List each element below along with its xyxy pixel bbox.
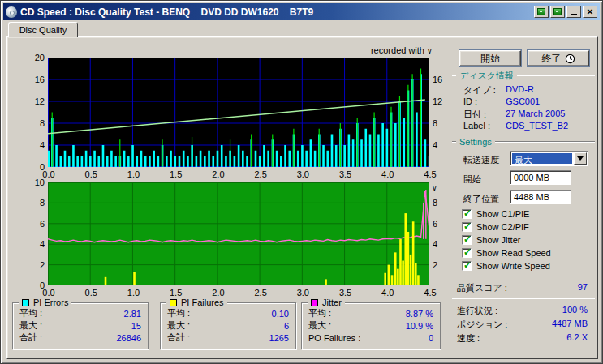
checkbox-show-read-speed[interactable]: ✓ Show Read Speed <box>462 247 551 259</box>
check-icon: ✓ <box>463 259 472 271</box>
stat-row: 合計 :26846 <box>19 332 141 344</box>
stat-row: 最大 :10.9 % <box>308 319 433 332</box>
axis-tick-label: 4 <box>25 140 45 150</box>
combo-dropdown-button[interactable] <box>574 152 587 165</box>
axis-tick-label: 20 <box>25 53 45 62</box>
close-button[interactable]: ✕ <box>583 6 597 18</box>
axis-tick-label: 4.0 <box>379 288 397 298</box>
checkbox-show-jitter[interactable]: ✓ Show Jitter <box>462 234 520 246</box>
checkbox-show-write-speed[interactable]: ✓ Show Write Speed <box>462 260 550 272</box>
axis-tick-label: 4 <box>433 140 449 150</box>
axis-tick-label: 1.5 <box>167 288 185 298</box>
tab-label: Disc Quality <box>19 25 67 35</box>
capture-icon <box>537 8 545 15</box>
tab-disc-quality[interactable]: Disc Quality <box>8 22 78 37</box>
stat-label: PO Failures : <box>308 333 360 343</box>
axis-tick-label: 4.5 <box>421 288 439 298</box>
axis-tick-label: 2.5 <box>252 288 269 298</box>
axis-tick-label: 2.5 <box>252 169 269 179</box>
start-button[interactable]: 開始 <box>459 50 521 66</box>
checkbox-label: Show Write Speed <box>476 261 550 271</box>
disc-label-label: Label : <box>463 121 490 131</box>
save-graph-icon <box>553 8 562 15</box>
minimize-button[interactable] <box>566 6 581 18</box>
checkbox-show-c2-pif[interactable]: ✓ Show C2/PIF <box>462 221 529 233</box>
axis-tick-label: 6 <box>433 219 449 229</box>
axis-tick-label: 1.5 <box>167 169 185 179</box>
disc-info-group-header: ディスク情報 <box>452 71 595 80</box>
axis-tick-label: 10 <box>25 178 45 187</box>
checkbox-box: ✓ <box>462 222 472 232</box>
axis-tick-label: 8 <box>433 198 449 208</box>
stat-value: 8.87 % <box>406 309 433 319</box>
axis-tick-label: 8 <box>433 118 449 128</box>
transfer-speed-select[interactable]: 最大 <box>510 151 588 166</box>
stat-value: 1265 <box>269 333 289 343</box>
check-icon: ✓ <box>463 233 472 245</box>
axis-tick-label: 12 <box>25 96 45 106</box>
axis-tick-label: 8 <box>25 198 45 208</box>
disc-type-label: タイプ : <box>463 84 496 96</box>
axis-dropdown-arrow-icon[interactable]: ∨ <box>427 47 433 55</box>
cd-app-icon <box>6 6 17 18</box>
checkbox-box: ✓ <box>462 248 472 258</box>
axis-tick-label: 0.5 <box>82 288 100 298</box>
speed-label: 速度 : <box>457 332 480 345</box>
transfer-speed-selected-value: 最大 <box>512 153 572 164</box>
axis-tick-label: 4 <box>433 239 449 249</box>
disc-info-title: ディスク情報 <box>459 70 514 82</box>
disc-id-value: GSC001 <box>506 96 540 106</box>
checkbox-show-c1-pie[interactable]: ✓ Show C1/PIE <box>462 208 529 220</box>
axis-tick-label: 3.5 <box>337 169 355 179</box>
exit-button[interactable]: 終了 <box>528 50 589 66</box>
stat-label: 平均 : <box>19 307 42 319</box>
stat-value: 0 <box>429 333 433 343</box>
stat-row: 平均 :8.87 % <box>308 307 433 319</box>
chevron-down-icon <box>577 156 584 161</box>
checkbox-label: Show C2/PIF <box>476 222 529 232</box>
checkbox-box: ✓ <box>462 261 472 271</box>
stat-label: 合計 : <box>167 332 190 344</box>
axis-tick-label: 8 <box>25 118 45 128</box>
end-position-field[interactable]: 4488 MB <box>510 190 571 204</box>
progress-label: 進行状況 : <box>457 305 497 317</box>
end-position-label: 終了位置 <box>463 193 499 205</box>
legend-title: PI Failures <box>181 298 224 307</box>
progress-value: 100 % <box>520 305 588 315</box>
axis-tick-label: 12 <box>433 96 449 106</box>
titlebar-tool-button-1[interactable] <box>534 6 549 18</box>
titlebar-tool-button-2[interactable] <box>550 6 565 18</box>
stat-value: 10.9 % <box>406 321 433 331</box>
disc-label-value: CDS_TEST_B2 <box>506 121 568 131</box>
stat-value: 15 <box>131 321 141 331</box>
axis-tick-label: 4 <box>25 239 45 249</box>
axis-tick-label: 3.0 <box>294 169 312 179</box>
axis-tick-label: 0.5 <box>82 169 100 179</box>
start-position-field[interactable]: 0000 MB <box>510 170 571 185</box>
caption-buttons: ✕ <box>534 6 597 18</box>
quality-score-label: 品質スコア : <box>457 282 507 294</box>
stat-label: 平均 : <box>308 307 331 319</box>
checkbox-label: Show C1/PIE <box>476 209 529 219</box>
jitter-pif-chart <box>48 182 429 285</box>
axis-tick-label: 2 <box>433 260 449 270</box>
pi-errors-swatch-icon <box>22 299 29 306</box>
position-value: 4487 MB <box>520 319 588 328</box>
settings-group-header: Settings <box>452 137 595 147</box>
check-icon: ✓ <box>463 221 472 232</box>
panel-separator <box>452 298 595 299</box>
pi-errors-summary-box: PI Errors 平均 :2.81 最大 :15 合計 :26846 <box>12 302 149 349</box>
stat-value: 2.81 <box>124 309 141 319</box>
exit-button-label: 終了 <box>542 52 562 66</box>
jitter-summary-box: Jitter 平均 :8.87 % 最大 :10.9 % PO Failures… <box>301 302 441 349</box>
pi-errors-chart <box>48 58 429 167</box>
axis-tick-label: 1.0 <box>124 169 142 179</box>
axis-tick-label: 4.5 <box>421 169 439 179</box>
stat-value: 26846 <box>116 333 141 343</box>
position-label: ポジション : <box>457 319 507 331</box>
axis-tick-label: 0 <box>25 162 45 172</box>
axis-dropdown-arrow-icon-2[interactable]: ∨ <box>432 184 437 192</box>
start-button-label: 開始 <box>480 52 500 66</box>
axis-tick-label: 1.0 <box>124 288 142 298</box>
pi-failures-swatch-icon <box>170 299 177 306</box>
